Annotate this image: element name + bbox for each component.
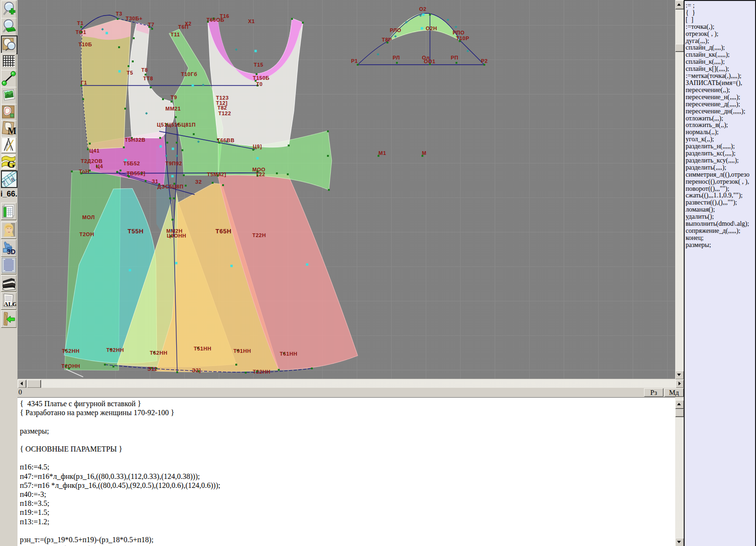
svg-text:Г1: Г1 — [81, 80, 87, 85]
svg-text:РЛ: РЛ — [393, 55, 400, 60]
svg-text:ТоН: ТоН — [79, 169, 89, 174]
svg-text:Ц41: Ц41 — [89, 148, 100, 154]
svg-text:Т82: Т82 — [217, 105, 227, 111]
svg-text:Т15: Т15 — [254, 62, 263, 68]
svg-text:ТВ552]: ТВ552] — [127, 171, 146, 176]
svg-text:G: G — [7, 158, 15, 170]
svg-text:Т91НН: Т91НН — [233, 348, 251, 354]
svg-text:3D: 3D — [7, 248, 16, 256]
svg-text:ДЭС5Ц8П: ДЭС5Ц8П — [157, 184, 183, 189]
svg-text:О2Н: О2Н — [426, 26, 437, 31]
svg-text:М1: М1 — [378, 150, 386, 156]
svg-text:Т2ОН: Т2ОН — [79, 231, 94, 237]
svg-text:РПО: РПО — [453, 30, 464, 35]
svg-text:Р2: Р2 — [481, 58, 488, 64]
svg-text:Т0: Т0 — [256, 81, 263, 87]
svg-text:Т2ОНН: Т2ОНН — [61, 363, 80, 369]
svg-text:Т11: Т11 — [171, 32, 180, 37]
svg-text:Т10Гб: Т10Гб — [181, 71, 198, 77]
svg-text:Т52НН: Т52НН — [62, 348, 79, 354]
svg-text:Т8Р: Т8Р — [382, 37, 392, 43]
svg-text:ОО1: ОО1 — [424, 59, 436, 64]
svg-text:Т5Б52: Т5Б52 — [123, 161, 140, 166]
svg-text:Т61НН: Т61НН — [280, 351, 297, 357]
svg-text:З2: З2 — [195, 179, 202, 185]
svg-text:Т30Б+: Т30Б+ — [126, 16, 143, 21]
svg-text:Т66ОБ: Т66ОБ — [206, 17, 224, 23]
svg-text:ТО1: ТО1 — [76, 29, 86, 35]
svg-text:О2: О2 — [419, 6, 427, 12]
svg-text:РЛО: РЛО — [390, 27, 401, 33]
svg-text:Т10Б: Т10Б — [78, 42, 92, 47]
svg-text:Т150Б: Т150Б — [253, 75, 269, 81]
svg-text:РП: РП — [451, 55, 458, 60]
svg-text:ММ21: ММ21 — [165, 106, 181, 111]
svg-text:Ц51Ц51БЦ81П: Ц51Ц51БЦ81П — [157, 122, 196, 128]
svg-text:Э2]: Э2] — [192, 367, 201, 373]
svg-text:Т10Р: Т10Р — [456, 35, 469, 41]
svg-text:Т122: Т122 — [218, 111, 231, 116]
svg-text:Т65Н: Т65Н — [215, 228, 232, 235]
svg-text:Т5Н32В: Т5Н32В — [125, 137, 146, 143]
svg-text:Т62НН: Т62НН — [150, 350, 167, 356]
svg-text:Т66ВВ: Т66ВВ — [217, 137, 234, 143]
svg-text:Т22Н: Т22Н — [252, 232, 266, 238]
svg-text:Х2: Х2 — [185, 21, 191, 26]
svg-text:Т51НН: Т51НН — [194, 346, 211, 351]
svg-text:M: M — [8, 126, 16, 136]
svg-text:Т3: Т3 — [116, 11, 122, 17]
svg-text:Т55Н: Т55Н — [128, 228, 144, 235]
svg-text:Т1: Т1 — [77, 20, 84, 26]
svg-text:A: A — [7, 143, 9, 146]
svg-text:МОЛ: МОЛ — [82, 214, 95, 220]
svg-text:Т92НН: Т92НН — [106, 347, 124, 353]
svg-text:Х1: Х1 — [248, 18, 255, 24]
svg-text:Т9П92: Т9П92 — [165, 161, 182, 166]
svg-text:Ц4: Ц4 — [96, 163, 103, 169]
svg-text:Т5М42]: Т5М42] — [207, 171, 226, 177]
svg-text:Э11: Э11 — [147, 366, 157, 372]
svg-text:М: М — [422, 150, 427, 156]
svg-text:Т8: Т8 — [141, 67, 148, 73]
svg-text:Р1: Р1 — [351, 58, 358, 64]
svg-text:Т7: Т7 — [148, 22, 155, 27]
svg-text:Ц9ОНН: Ц9ОНН — [167, 233, 186, 239]
svg-text:Т22: Т22 — [256, 171, 265, 177]
svg-text:Ц9]: Ц9] — [253, 144, 262, 149]
svg-text:ALG: ALG — [4, 300, 16, 307]
svg-text:ТТ8: ТТ8 — [143, 76, 153, 81]
svg-text:Т5: Т5 — [127, 70, 133, 76]
svg-text:Т22НН: Т22НН — [253, 369, 270, 375]
svg-text:Т9: Т9 — [171, 94, 177, 100]
